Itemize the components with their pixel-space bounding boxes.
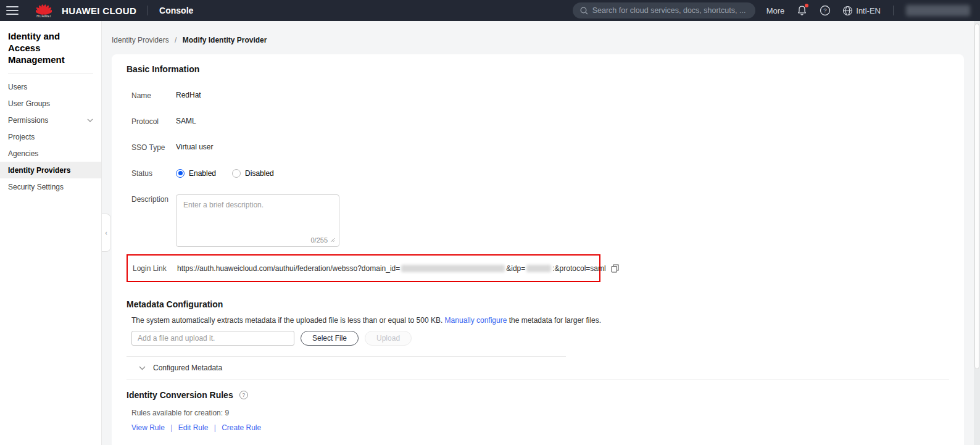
- idp-redacted: [526, 265, 551, 272]
- sidebar-item-identity-providers[interactable]: Identity Providers: [0, 162, 101, 178]
- metadata-file-input[interactable]: [131, 331, 294, 346]
- breadcrumb-separator: /: [175, 36, 176, 44]
- name-label: Name: [131, 91, 176, 100]
- locale-label: Intl-EN: [856, 6, 881, 15]
- login-link-url: https://auth.huaweicloud.com/authui/fede…: [177, 264, 619, 273]
- rules-available-text: Rules available for creation: 9: [127, 409, 949, 417]
- description-row: Description 0/255: [127, 194, 949, 247]
- huawei-logo-text: HUAWEI: [36, 14, 51, 18]
- sidebar: Identity and Access Management Users Use…: [0, 21, 102, 445]
- sso-type-value: Virtual user: [176, 143, 213, 152]
- protocol-value: SAML: [176, 117, 196, 126]
- sidebar-title: Identity and Access Management: [0, 21, 101, 73]
- radio-unselected-icon: [232, 169, 241, 178]
- search-placeholder: Search for cloud services, docs, shortcu…: [592, 6, 746, 15]
- more-menu[interactable]: More: [766, 6, 785, 15]
- view-rule-link[interactable]: View Rule: [131, 423, 165, 432]
- brand-title[interactable]: HUAWEI CLOUD: [62, 6, 136, 16]
- sidebar-item-security-settings[interactable]: Security Settings: [0, 178, 101, 195]
- upload-button[interactable]: Upload: [365, 331, 412, 346]
- status-disabled-radio[interactable]: Disabled: [232, 169, 274, 178]
- protocol-row: Protocol SAML: [127, 117, 949, 126]
- select-file-button[interactable]: Select File: [301, 331, 359, 346]
- manually-configure-link[interactable]: Manually configure: [445, 316, 507, 325]
- copy-icon[interactable]: [611, 264, 619, 273]
- name-row: Name RedHat: [127, 91, 949, 100]
- radio-selected-icon: [176, 169, 185, 178]
- rules-help-icon[interactable]: ?: [239, 391, 248, 399]
- chevron-down-icon: [87, 119, 93, 122]
- sso-type-row: SSO Type Virtual user: [127, 143, 949, 152]
- scrollbar-thumb[interactable]: [974, 23, 979, 369]
- modify-identity-provider-card: Basic Information Name RedHat Protocol S…: [112, 54, 964, 445]
- breadcrumb-current: Modify Identity Provider: [183, 36, 267, 44]
- notification-badge: [805, 4, 808, 7]
- sidebar-item-permissions[interactable]: Permissions: [0, 112, 101, 128]
- breadcrumb-identity-providers[interactable]: Identity Providers: [112, 36, 169, 44]
- sidebar-item-users[interactable]: Users: [0, 78, 101, 95]
- status-disabled-label: Disabled: [245, 169, 274, 178]
- identity-conversion-rules-title: Identity Conversion Rules: [127, 390, 233, 400]
- language-selector[interactable]: Intl-EN: [842, 6, 881, 16]
- metadata-upload-row: Select File Upload: [127, 331, 949, 346]
- search-icon: [580, 7, 588, 15]
- create-rule-link[interactable]: Create Rule: [222, 423, 261, 432]
- sso-type-label: SSO Type: [131, 143, 176, 152]
- sidebar-item-agencies[interactable]: Agencies: [0, 145, 101, 162]
- status-row: Status Enabled Disabled: [127, 168, 949, 178]
- metadata-divider-bottom: [127, 379, 949, 380]
- login-link-highlight-box: Login Link https://auth.huaweicloud.com/…: [127, 254, 600, 282]
- header-divider: [147, 6, 148, 15]
- description-box: 0/255: [176, 194, 339, 247]
- status-enabled-radio[interactable]: Enabled: [176, 169, 216, 178]
- sidebar-item-projects[interactable]: Projects: [0, 128, 101, 145]
- login-link-label: Login Link: [133, 264, 177, 273]
- hamburger-menu-icon[interactable]: [6, 6, 19, 15]
- rules-links: View Rule | Edit Rule | Create Rule: [127, 423, 949, 432]
- sidebar-collapse-toggle[interactable]: ‹: [102, 214, 111, 252]
- protocol-label: Protocol: [131, 117, 176, 126]
- metadata-hint: The system automatically extracts metada…: [127, 316, 949, 325]
- help-icon[interactable]: ?: [819, 4, 831, 17]
- huawei-logo[interactable]: HUAWEI: [36, 4, 52, 18]
- basic-information-title: Basic Information: [127, 64, 949, 74]
- metadata-configuration-title: Metadata Configuration: [127, 299, 949, 309]
- chevron-down-icon: [139, 366, 146, 370]
- console-link[interactable]: Console: [159, 6, 193, 15]
- description-counter: 0/255: [310, 236, 328, 244]
- domain-id-redacted: [401, 265, 505, 272]
- description-label: Description: [131, 194, 176, 247]
- svg-text:?: ?: [824, 7, 827, 14]
- global-search-input[interactable]: Search for cloud services, docs, shortcu…: [573, 2, 755, 19]
- status-label: Status: [131, 168, 176, 178]
- configured-metadata-toggle[interactable]: Configured Metadata: [127, 357, 949, 379]
- status-enabled-label: Enabled: [189, 169, 216, 178]
- sidebar-separator: [8, 73, 93, 73]
- huawei-cloud-console: HUAWEI HUAWEI CLOUD Console Search for c…: [0, 0, 980, 445]
- name-value: RedHat: [176, 91, 201, 100]
- notification-bell-icon[interactable]: [795, 4, 808, 17]
- huawei-flower-icon: [36, 4, 52, 15]
- page-scrollbar: [974, 21, 980, 445]
- textarea-resize-icon[interactable]: [330, 238, 335, 243]
- main-content: Identity Providers / Modify Identity Pro…: [102, 21, 980, 445]
- configured-metadata-label: Configured Metadata: [153, 364, 222, 372]
- header-divider: [893, 6, 894, 15]
- account-name-redacted[interactable]: [906, 5, 970, 16]
- sidebar-item-user-groups[interactable]: User Groups: [0, 95, 101, 112]
- edit-rule-link[interactable]: Edit Rule: [178, 423, 209, 432]
- globe-icon: [842, 6, 853, 16]
- breadcrumb: Identity Providers / Modify Identity Pro…: [112, 36, 964, 44]
- top-header: HUAWEI HUAWEI CLOUD Console Search for c…: [0, 0, 980, 21]
